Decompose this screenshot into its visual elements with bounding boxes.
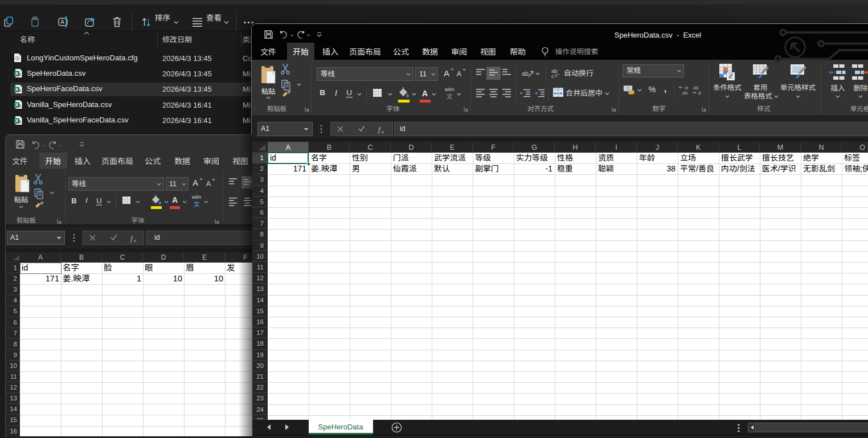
svg-text:ab: ab xyxy=(522,70,529,77)
svg-text:.00: .00 xyxy=(681,91,688,96)
svg-text:.0: .0 xyxy=(684,85,688,91)
svg-text:c: c xyxy=(551,73,554,79)
svg-text:X: X xyxy=(15,87,18,92)
svg-text:x: x xyxy=(133,238,136,243)
svg-text:x: x xyxy=(381,129,384,134)
svg-text:.0: .0 xyxy=(697,91,701,96)
svg-text:X: X xyxy=(15,117,18,123)
svg-text:X: X xyxy=(15,71,18,76)
svg-text:.00: .00 xyxy=(692,85,699,91)
svg-text:X: X xyxy=(15,102,18,108)
